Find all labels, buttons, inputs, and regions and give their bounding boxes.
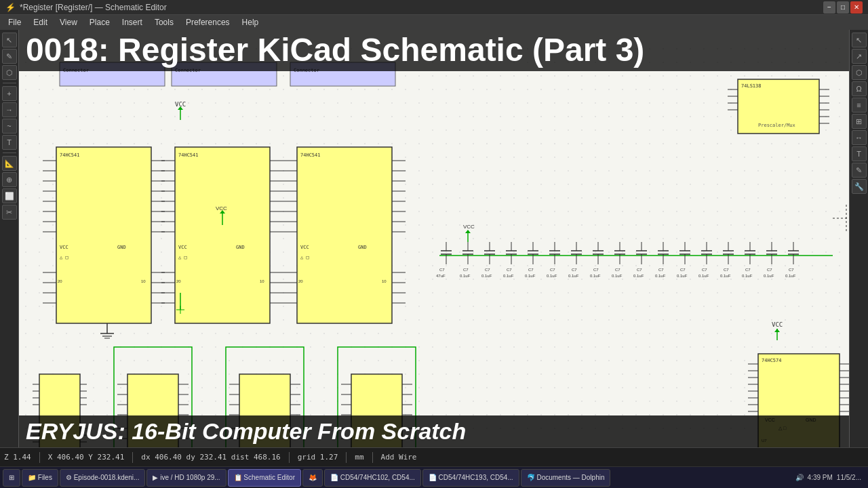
status-sep-5 — [372, 452, 373, 463]
menu-insert[interactable]: Insert — [117, 16, 148, 28]
right-tool-btn-0[interactable]: ↖ — [852, 33, 867, 47]
right-tool-btn-9[interactable]: 🔧 — [852, 179, 867, 194]
video-title-text: 0018: Register KiCad Schematic (Part 3) — [26, 32, 644, 68]
svg-text:0.1uF: 0.1uF — [677, 274, 688, 278]
svg-text:C7: C7 — [724, 268, 729, 272]
schematic-drawing: VCC 74HC541 — [19, 30, 849, 447]
svg-text:△ □: △ □ — [60, 255, 68, 260]
svg-text:VCC: VCC — [60, 245, 68, 250]
tool-btn-5[interactable]: ~ — [2, 119, 17, 134]
tool-btn-1[interactable]: ✎ — [2, 49, 17, 64]
svg-text:0.1uF: 0.1uF — [785, 274, 796, 278]
main-area: ↖✎⬡+→~T📐⊕⬜✂ 0018: Register KiCad Schemat… — [0, 30, 868, 447]
menu-help[interactable]: Help — [237, 16, 264, 28]
taskbar-firefox[interactable]: 🦊 — [302, 469, 323, 487]
right-tool-btn-3[interactable]: Ω — [852, 81, 867, 96]
svg-text:0.1uF: 0.1uF — [612, 274, 623, 278]
tool-btn-2[interactable]: ⬡ — [2, 65, 17, 80]
status-bar: Z 1.44 X 406.40 Y 232.41 dx 406.40 dy 23… — [0, 447, 868, 466]
tray-volume[interactable]: 🔊 — [795, 474, 804, 481]
svg-text:74HC541: 74HC541 — [60, 152, 80, 158]
menu-place[interactable]: Place — [84, 16, 115, 28]
window-title: *Register [Register/] — Schematic Editor — [20, 3, 167, 12]
tool-btn-9[interactable]: ⬜ — [2, 188, 17, 203]
menu-tools[interactable]: Tools — [149, 16, 179, 28]
svg-text:GND: GND — [117, 245, 126, 250]
close-button[interactable]: ✕ — [850, 1, 863, 14]
taskbar-dolphin[interactable]: 🐬 Documents — Dolphin — [521, 469, 611, 487]
svg-text:0.1uF: 0.1uF — [503, 274, 514, 278]
taskbar-schematic[interactable]: 📋 Schematic Editor — [228, 469, 301, 487]
right-tool-btn-2[interactable]: ⬡ — [852, 65, 867, 80]
svg-rect-36 — [175, 147, 270, 323]
tool-btn-0[interactable]: ↖ — [2, 33, 17, 47]
tool-sep — [3, 152, 16, 153]
taskbar-start[interactable]: ⊞ — [3, 469, 20, 487]
status-sep-1 — [39, 452, 40, 463]
menu-edit[interactable]: Edit — [28, 16, 53, 28]
menu-view[interactable]: View — [54, 16, 83, 28]
svg-text:0.1uF: 0.1uF — [547, 274, 557, 278]
svg-text:47uF: 47uF — [436, 274, 446, 278]
svg-text:0.1uF: 0.1uF — [764, 274, 774, 278]
svg-rect-5 — [56, 147, 151, 323]
svg-text:C7: C7 — [680, 268, 686, 272]
svg-text:0.1uF: 0.1uF — [633, 274, 644, 278]
svg-text:10: 10 — [141, 279, 146, 283]
right-toolbar: ↖↗⬡Ω≡⊞↔T✎🔧 — [849, 30, 868, 447]
mode-status: Add Wire — [381, 453, 417, 462]
video-subtitle-overlay: ERYJUS: 16-Bit Computer From Scratch — [19, 415, 849, 447]
svg-text:0.1uF: 0.1uF — [481, 274, 492, 278]
svg-text:0.1uF: 0.1uF — [568, 274, 579, 278]
svg-text:C7: C7 — [572, 268, 577, 272]
right-tool-btn-7[interactable]: T — [852, 146, 867, 161]
svg-text:C7: C7 — [593, 268, 599, 272]
svg-text:0.1uF: 0.1uF — [460, 274, 471, 278]
svg-text:C7: C7 — [615, 268, 620, 272]
taskbar-episode[interactable]: ⚙ Episode-0018.kdeni... — [60, 469, 146, 487]
right-tool-btn-5[interactable]: ⊞ — [852, 114, 867, 129]
schematic-canvas[interactable]: 0018: Register KiCad Schematic (Part 3) … — [19, 30, 849, 447]
svg-text:GND: GND — [358, 245, 367, 250]
tool-btn-7[interactable]: 📐 — [2, 156, 17, 171]
right-tool-btn-1[interactable]: ↗ — [852, 49, 867, 64]
svg-text:VCC: VCC — [772, 321, 783, 328]
svg-text:C7: C7 — [439, 268, 445, 272]
svg-text:74HC541: 74HC541 — [300, 152, 321, 158]
right-tool-btn-4[interactable]: ≡ — [852, 98, 867, 113]
status-sep-3 — [289, 452, 290, 463]
title-bar-controls[interactable]: − □ ✕ — [823, 1, 863, 14]
status-sep-4 — [346, 452, 347, 463]
svg-text:C7: C7 — [637, 268, 642, 272]
taskbar-video[interactable]: ▶ ive / HD 1080p 29... — [146, 469, 226, 487]
right-tool-btn-8[interactable]: ✎ — [852, 163, 867, 178]
svg-text:C7: C7 — [702, 268, 707, 272]
svg-text:C7: C7 — [463, 268, 469, 272]
menu-preferences[interactable]: Preferences — [180, 16, 235, 28]
title-bar: ⚡ *Register [Register/] — Schematic Edit… — [0, 0, 868, 15]
tool-sep — [3, 83, 16, 83]
status-sep-2 — [132, 452, 133, 463]
tool-btn-4[interactable]: → — [2, 102, 17, 117]
svg-text:C7: C7 — [767, 268, 772, 272]
tool-btn-8[interactable]: ⊕ — [2, 172, 17, 187]
svg-text:0.1uF: 0.1uF — [698, 274, 709, 278]
svg-text:74HC541: 74HC541 — [178, 152, 199, 158]
app-icon: ⚡ — [5, 3, 16, 12]
taskbar-cd54-1[interactable]: 📄 CD54/74HC102, CD54... — [324, 469, 421, 487]
taskbar-files[interactable]: 📁 Files — [22, 469, 58, 487]
maximize-button[interactable]: □ — [837, 1, 849, 14]
svg-text:74HC574: 74HC574 — [762, 358, 782, 363]
tool-btn-6[interactable]: T — [2, 135, 17, 150]
menu-bar: FileEditViewPlaceInsertToolsPreferencesH… — [0, 15, 868, 30]
right-tool-btn-6[interactable]: ↔ — [852, 130, 867, 145]
minimize-button[interactable]: − — [823, 1, 835, 14]
menu-file[interactable]: File — [3, 16, 26, 28]
svg-text:Prescaler/Mux: Prescaler/Mux — [758, 123, 795, 128]
svg-text:GND: GND — [236, 245, 245, 250]
taskbar-cd54-2[interactable]: 📄 CD54/74HC193, CD54... — [422, 469, 519, 487]
video-title-overlay: 0018: Register KiCad Schematic (Part 3) — [19, 30, 849, 71]
tool-btn-10[interactable]: ✂ — [2, 205, 17, 220]
grid-status: grid 1.27 — [298, 453, 338, 462]
tool-btn-3[interactable]: + — [2, 86, 17, 101]
